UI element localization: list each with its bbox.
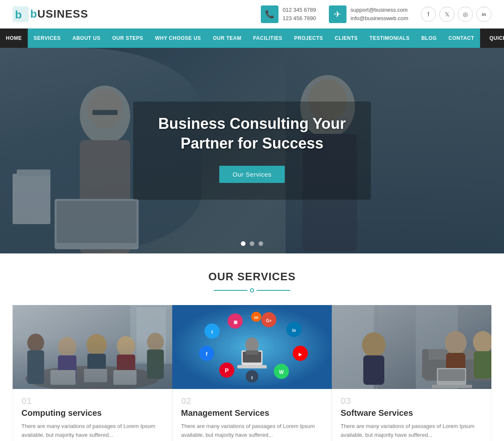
card-bottom-3: 03 Software Services There are many vari… <box>332 389 491 441</box>
svg-text:P: P <box>225 367 228 374</box>
svg-text:t: t <box>251 375 253 380</box>
svg-rect-31 <box>13 305 172 389</box>
svg-rect-21 <box>58 355 76 381</box>
phone2: 123 456 7890 <box>283 14 316 23</box>
phone1: 012 345 6789 <box>283 6 316 14</box>
linkedin-icon[interactable]: in <box>476 7 491 22</box>
service-card-1: 01 Computing services There are many var… <box>13 305 172 441</box>
svg-text:in: in <box>292 328 296 333</box>
navigation: HOME SERVICES ABOUT US OUR STEPS WHY CHO… <box>0 29 504 48</box>
services-title: OUR SERVICES <box>13 270 491 283</box>
svg-text:f: f <box>206 351 208 357</box>
email-texts: support@business.com info@businessweb.co… <box>351 6 408 22</box>
email-icon: ✈ <box>329 5 346 23</box>
nav-team[interactable]: OUR TEAM <box>207 29 247 48</box>
phone-contact: 📞 012 345 6789 123 456 7890 <box>261 5 316 23</box>
card-bottom-2: 02 Management Services There are many va… <box>172 389 332 441</box>
nav-facilities[interactable]: FACILITIES <box>247 29 289 48</box>
nav-items: HOME SERVICES ABOUT US OUR STEPS WHY CHO… <box>0 29 480 48</box>
nav-choose[interactable]: WHY CHOOSE US <box>149 29 207 48</box>
hero-cta-button[interactable]: Our Services <box>219 166 285 183</box>
services-section: OUR SERVICES <box>0 253 504 441</box>
instagram-icon[interactable]: ◎ <box>458 7 473 22</box>
card-bottom-1: 01 Computing services There are many var… <box>13 389 172 441</box>
service-cards: 01 Computing services There are many var… <box>13 305 491 441</box>
service-card-3: 03 Software Services There are many vari… <box>332 305 491 441</box>
svg-text:b: b <box>15 8 22 21</box>
card-title-3: Software Services <box>341 408 483 418</box>
svg-rect-41 <box>246 350 258 355</box>
svg-rect-27 <box>147 350 164 379</box>
nav-testimonials[interactable]: TESTIMONIALS <box>364 29 415 48</box>
svg-rect-30 <box>113 370 136 385</box>
svg-point-20 <box>58 337 76 357</box>
hero-dots <box>241 241 263 246</box>
section-divider <box>13 288 491 292</box>
facebook-icon[interactable]: f <box>421 7 436 22</box>
card-number-1: 01 <box>21 396 163 407</box>
divider-line-right <box>257 290 290 291</box>
card-number-2: 02 <box>181 396 323 407</box>
hero-title: Business Consulting YourPartner for Succ… <box>158 114 346 154</box>
email2: info@businessweb.com <box>351 14 408 23</box>
svg-text:▣: ▣ <box>234 320 237 324</box>
nav-projects[interactable]: PROJECTS <box>288 29 329 48</box>
svg-rect-19 <box>27 350 44 384</box>
svg-rect-29 <box>84 369 107 382</box>
email1: support@business.com <box>351 6 408 14</box>
card-img-social: P f t ▣ G+ in <box>172 305 332 389</box>
card-title-2: Management Services <box>181 408 323 418</box>
card-desc-2: There are many variations of passages of… <box>181 422 323 440</box>
nav-contact[interactable]: CONTACT <box>443 29 480 48</box>
dot-1[interactable] <box>241 241 246 246</box>
phone-texts: 012 345 6789 123 456 7890 <box>283 6 316 22</box>
top-bar: b bUSINESS 📞 012 345 6789 123 456 7890 ✈… <box>0 0 504 29</box>
twitter-icon[interactable]: 𝕏 <box>439 7 454 22</box>
card-number-3: 03 <box>341 396 483 407</box>
email-contact: ✈ support@business.com info@businessweb.… <box>329 5 408 23</box>
logo-name: bUSINESS <box>30 8 88 21</box>
svg-text:W: W <box>279 369 284 375</box>
phone-icon: 📞 <box>261 5 278 23</box>
card-desc-3: There are many variations of passages of… <box>341 422 483 440</box>
nav-about[interactable]: ABOUT US <box>66 29 106 48</box>
social-icons: f 𝕏 ◎ in <box>421 7 491 22</box>
logo[interactable]: b bUSINESS <box>13 6 88 22</box>
svg-point-24 <box>117 336 135 356</box>
service-card-2: P f t ▣ G+ in <box>172 305 332 441</box>
card-img-office <box>332 305 491 389</box>
card-desc-1: There are many variations of passages of… <box>21 422 163 440</box>
svg-text:G+: G+ <box>266 318 272 323</box>
divider-dot <box>250 288 254 292</box>
nav-home[interactable]: HOME <box>0 29 28 48</box>
divider-line-left <box>214 290 247 291</box>
svg-text:Sk: Sk <box>254 316 259 320</box>
svg-rect-79 <box>332 305 491 389</box>
nav-clients[interactable]: CLIENTS <box>329 29 364 48</box>
svg-rect-28 <box>50 370 76 385</box>
hero-section: Business Consulting YourPartner for Succ… <box>0 48 504 253</box>
svg-point-17 <box>25 366 160 389</box>
nav-services[interactable]: SERVICES <box>28 29 66 48</box>
dot-2[interactable] <box>250 241 255 246</box>
card-title-1: Computing services <box>21 408 163 418</box>
svg-text:▶: ▶ <box>299 352 302 357</box>
svg-rect-23 <box>87 354 106 381</box>
contact-info: 📞 012 345 6789 123 456 7890 ✈ support@bu… <box>261 5 408 23</box>
svg-point-40 <box>245 337 259 352</box>
nav-steps[interactable]: OUR STEPS <box>106 29 149 48</box>
svg-rect-25 <box>117 355 135 381</box>
svg-text:t: t <box>211 329 213 334</box>
card-img-meeting <box>13 305 172 389</box>
quick-inquiry-button[interactable]: QUICK INQUIRY <box>480 29 504 48</box>
svg-rect-39 <box>237 365 267 368</box>
nav-blog[interactable]: BLOG <box>415 29 443 48</box>
dot-3[interactable] <box>259 241 263 246</box>
